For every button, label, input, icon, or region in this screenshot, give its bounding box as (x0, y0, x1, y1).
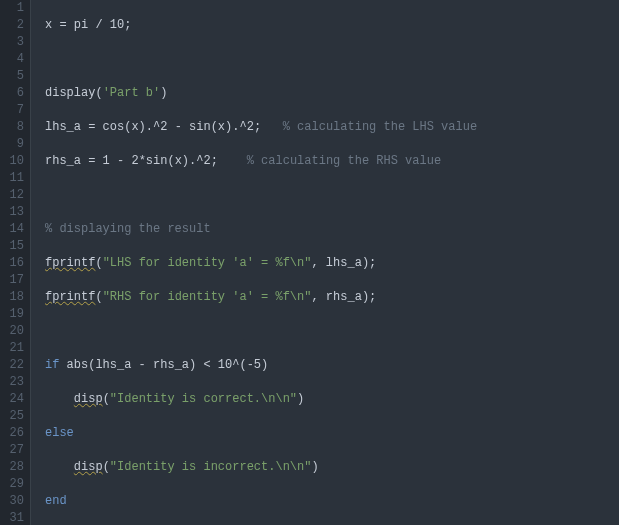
line-number: 21 (4, 340, 24, 357)
line-number: 12 (4, 187, 24, 204)
line-number: 17 (4, 272, 24, 289)
line-number: 16 (4, 255, 24, 272)
line-number: 8 (4, 119, 24, 136)
code-editor[interactable]: 1234567891011121314151617181920212223242… (0, 0, 619, 525)
line-number: 22 (4, 357, 24, 374)
line-number: 9 (4, 136, 24, 153)
line-number: 3 (4, 34, 24, 51)
code-line[interactable]: fprintf("LHS for identity 'a' = %f\n", l… (45, 255, 619, 272)
line-number: 25 (4, 408, 24, 425)
line-number: 13 (4, 204, 24, 221)
line-number: 10 (4, 153, 24, 170)
code-line[interactable]: else (45, 425, 619, 442)
code-line[interactable]: disp("Identity is incorrect.\n\n") (45, 459, 619, 476)
code-line[interactable]: % displaying the result (45, 221, 619, 238)
line-number: 6 (4, 85, 24, 102)
code-line[interactable]: fprintf("RHS for identity 'a' = %f\n", r… (45, 289, 619, 306)
line-number: 24 (4, 391, 24, 408)
line-number-gutter: 1234567891011121314151617181920212223242… (0, 0, 31, 525)
code-line[interactable]: display('Part b') (45, 85, 619, 102)
code-line[interactable]: x = pi / 10; (45, 17, 619, 34)
line-number: 2 (4, 17, 24, 34)
code-line[interactable]: end (45, 493, 619, 510)
line-number: 15 (4, 238, 24, 255)
code-line[interactable]: disp("Identity is correct.\n\n") (45, 391, 619, 408)
line-number: 5 (4, 68, 24, 85)
line-number: 27 (4, 442, 24, 459)
line-number: 26 (4, 425, 24, 442)
code-line[interactable] (45, 323, 619, 340)
code-line[interactable] (45, 51, 619, 68)
line-number: 18 (4, 289, 24, 306)
line-number: 4 (4, 51, 24, 68)
line-number: 31 (4, 510, 24, 525)
line-number: 23 (4, 374, 24, 391)
line-number: 14 (4, 221, 24, 238)
line-number: 19 (4, 306, 24, 323)
code-line[interactable]: rhs_a = 1 - 2*sin(x).^2; % calculating t… (45, 153, 619, 170)
line-number: 29 (4, 476, 24, 493)
code-line[interactable]: if abs(lhs_a - rhs_a) < 10^(-5) (45, 357, 619, 374)
line-number: 7 (4, 102, 24, 119)
code-line[interactable] (45, 187, 619, 204)
line-number: 11 (4, 170, 24, 187)
line-number: 1 (4, 0, 24, 17)
line-number: 30 (4, 493, 24, 510)
line-number: 28 (4, 459, 24, 476)
code-area[interactable]: x = pi / 10; display('Part b') lhs_a = c… (31, 0, 619, 525)
line-number: 20 (4, 323, 24, 340)
code-line[interactable]: lhs_a = cos(x).^2 - sin(x).^2; % calcula… (45, 119, 619, 136)
